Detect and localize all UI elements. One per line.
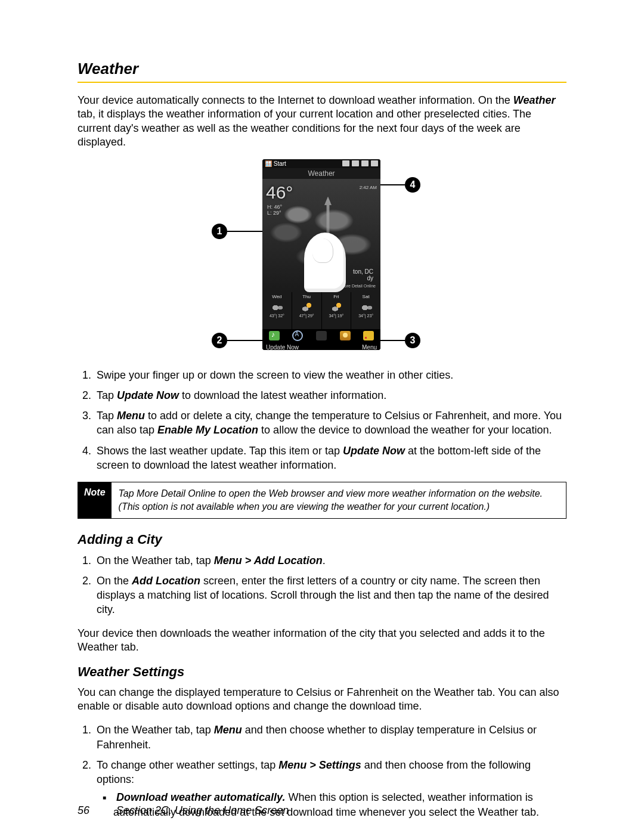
page-footer: 56 Section 2C. Using the Home Screen xyxy=(78,804,289,817)
home-tab-icon[interactable] xyxy=(316,331,327,340)
intro-text-post: tab, it displays the weather information… xyxy=(78,108,531,148)
callout-2: 2 xyxy=(212,333,227,348)
softkey-bar: Update Now Menu xyxy=(262,342,380,350)
start-button[interactable]: 🪟 Start xyxy=(265,160,286,167)
subheading-adding-city: Adding a City xyxy=(78,532,566,547)
weather-main-panel[interactable]: 46° H: 46° L: 29° 2:42 AM ton, DC dy Mor… xyxy=(262,179,380,292)
intro-paragraph: Your device automatically connects to th… xyxy=(78,94,566,150)
adding-city-steps: On the Weather tab, tap Menu > Add Locat… xyxy=(78,553,566,617)
status-battery-icon xyxy=(371,160,378,166)
forecast-day-fri[interactable]: Fri 34°| 19° xyxy=(322,292,352,329)
softkey-update-now[interactable]: Update Now xyxy=(266,344,299,350)
city-label: ton, DC dy xyxy=(353,268,373,281)
stocks-tab-icon[interactable] xyxy=(363,331,374,340)
phone-screenshot: 🪟 Start Weather 46° H: 46° L: 29° xyxy=(262,159,380,350)
forecast-day-wed[interactable]: Wed 43°| 32° xyxy=(262,292,292,329)
status-3g-icon xyxy=(342,160,349,166)
weather-settings-intro: You can change the displayed temperature… xyxy=(78,686,566,714)
callout-description-list: Swipe your finger up or down the screen … xyxy=(78,368,566,473)
callout-item-1: Swipe your finger up or down the screen … xyxy=(94,368,566,382)
status-bar: 🪟 Start xyxy=(262,159,380,168)
subheading-weather-settings: Weather Settings xyxy=(78,664,566,680)
note-text: Tap More Detail Online to open the Web b… xyxy=(112,482,566,518)
adding-city-result: Your device then downloads the weather i… xyxy=(78,627,566,655)
screen-title: Weather xyxy=(262,168,380,179)
figure-container: 1 2 3 4 🪟 Start Weather xyxy=(78,159,566,356)
thumb-graphic xyxy=(304,233,346,292)
callout-item-4: Shows the last weather update. Tap this … xyxy=(94,444,566,473)
swipe-gesture-graphic xyxy=(304,197,346,286)
adding-city-step-2: On the Add Location screen, enter the fi… xyxy=(94,574,566,617)
section-heading: Weather xyxy=(78,60,566,78)
hi-temp: H: 46° xyxy=(267,204,282,210)
hi-lo: H: 46° L: 29° xyxy=(267,204,282,217)
callout-item-3: Tap Menu to add or delete a city, change… xyxy=(94,408,566,438)
status-signal-icon xyxy=(352,160,359,166)
forecast-day-temp: 47°| 29° xyxy=(292,314,321,318)
status-volume-icon xyxy=(361,160,369,166)
intro-text-pre: Your device automatically connects to th… xyxy=(78,94,513,106)
footer-section-title: Section 2C. Using the Home Screen xyxy=(116,804,289,816)
more-detail-link[interactable]: More Detail Online xyxy=(341,284,376,288)
lo-temp: L: 29° xyxy=(267,210,282,216)
music-tab-icon[interactable] xyxy=(269,331,280,340)
weather-tab-icon[interactable] xyxy=(340,331,351,340)
forecast-partly-sunny-icon xyxy=(329,301,343,312)
forecast-cloudy-icon xyxy=(270,301,284,312)
forecast-day-label: Fri xyxy=(322,294,351,299)
figure: 1 2 3 4 🪟 Start Weather xyxy=(212,159,432,356)
forecast-day-label: Wed xyxy=(262,294,292,299)
forecast-row: Wed 43°| 32° Thu 47°| 29° Fri 34°| 19° xyxy=(262,292,380,329)
forecast-day-temp: 34°| 23° xyxy=(351,314,380,318)
forecast-day-temp: 43°| 32° xyxy=(262,314,292,318)
forecast-day-temp: 34°| 19° xyxy=(322,314,351,318)
heading-rule xyxy=(78,82,566,83)
adding-city-step-1: On the Weather tab, tap Menu > Add Locat… xyxy=(94,553,566,568)
callout-3: 3 xyxy=(405,333,420,348)
status-icons xyxy=(342,160,378,166)
callout-1: 1 xyxy=(212,224,227,239)
softkey-menu[interactable]: Menu xyxy=(362,344,377,350)
forecast-day-label: Thu xyxy=(292,294,321,299)
forecast-rain-icon xyxy=(359,301,373,312)
note-box: Note Tap More Detail Online to open the … xyxy=(78,482,566,518)
home-tabs-dock[interactable] xyxy=(262,329,380,342)
page-number: 56 xyxy=(78,804,89,816)
last-update-time[interactable]: 2:42 AM xyxy=(360,185,377,190)
callout-3-line xyxy=(380,340,405,341)
callout-2-line xyxy=(227,340,262,341)
callout-item-2: Tap Update Now to download the latest we… xyxy=(94,388,566,402)
forecast-day-sat[interactable]: Sat 34°| 23° xyxy=(351,292,380,329)
forecast-day-thu[interactable]: Thu 47°| 29° xyxy=(292,292,322,329)
callout-4: 4 xyxy=(405,177,420,193)
forecast-day-label: Sat xyxy=(351,294,380,299)
intro-weather-tab: Weather xyxy=(513,94,556,106)
forecast-partly-sunny-icon xyxy=(299,301,314,312)
note-label: Note xyxy=(78,482,112,518)
internet-tab-icon[interactable] xyxy=(292,330,303,341)
weather-settings-step-1: On the Weather tab, tap Menu and then ch… xyxy=(94,723,566,752)
current-temp: 46° xyxy=(266,182,293,203)
callout-4-line xyxy=(380,184,405,185)
callout-1-line xyxy=(227,231,262,232)
